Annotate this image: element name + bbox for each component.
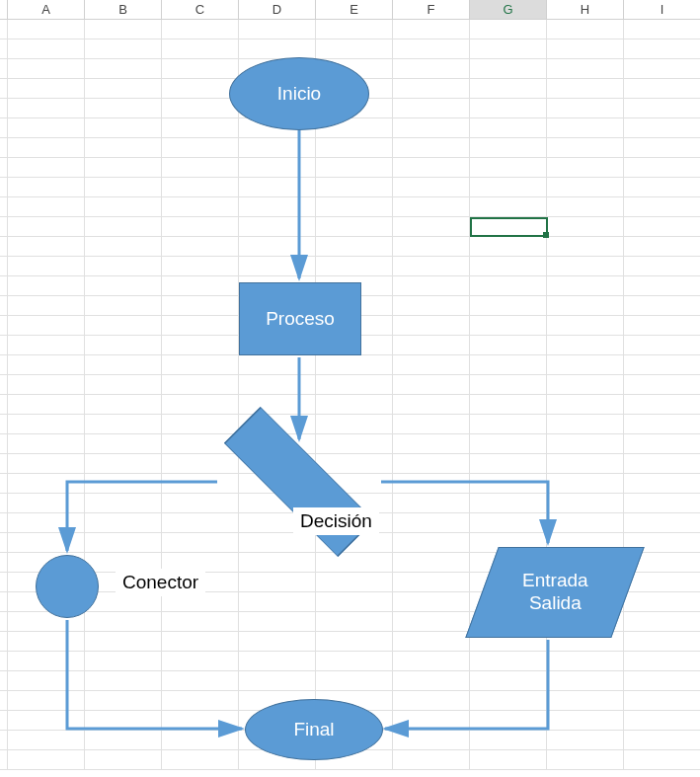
- grid-cell[interactable]: [547, 79, 624, 98]
- grid-cell[interactable]: [162, 711, 239, 730]
- grid-cell[interactable]: [316, 652, 393, 670]
- grid-cell[interactable]: [239, 731, 316, 749]
- column-header-a[interactable]: A: [8, 0, 85, 19]
- grid-cell[interactable]: [624, 395, 700, 414]
- grid-cell[interactable]: [8, 731, 85, 749]
- grid-cell[interactable]: [547, 454, 624, 473]
- grid-cell[interactable]: [162, 375, 239, 394]
- grid-cell[interactable]: [85, 138, 162, 157]
- grid-cell[interactable]: [547, 276, 624, 295]
- grid-cell[interactable]: [470, 59, 547, 78]
- grid-cell[interactable]: [162, 59, 239, 78]
- grid-cell[interactable]: [162, 158, 239, 177]
- grid-cell[interactable]: [393, 257, 470, 275]
- grid-cell[interactable]: [624, 632, 700, 651]
- grid-cell[interactable]: [85, 731, 162, 749]
- grid-cell[interactable]: [393, 296, 470, 315]
- grid-cell[interactable]: [85, 592, 162, 611]
- grid-cell[interactable]: [85, 671, 162, 690]
- grid-cell[interactable]: [470, 375, 547, 394]
- grid-cell[interactable]: [85, 553, 162, 572]
- grid-cell[interactable]: [316, 178, 393, 196]
- grid-cell[interactable]: [239, 59, 316, 78]
- grid-cell[interactable]: [316, 138, 393, 157]
- grid-cell[interactable]: [85, 474, 162, 493]
- grid-cell[interactable]: [547, 138, 624, 157]
- grid-cell[interactable]: [624, 573, 700, 591]
- grid-cell[interactable]: [8, 197, 85, 216]
- grid-cell[interactable]: [393, 454, 470, 473]
- grid-cell[interactable]: [239, 276, 316, 295]
- grid-cell[interactable]: [162, 20, 239, 39]
- grid-cell[interactable]: [162, 395, 239, 414]
- grid-cell[interactable]: [393, 158, 470, 177]
- grid-cell[interactable]: [239, 711, 316, 730]
- grid-cell[interactable]: [470, 336, 547, 354]
- grid-cell[interactable]: [85, 20, 162, 39]
- grid-cell[interactable]: [470, 731, 547, 749]
- grid-cell[interactable]: [547, 750, 624, 769]
- grid-cell[interactable]: [547, 217, 624, 236]
- grid-cell[interactable]: [162, 533, 239, 552]
- grid-cell[interactable]: [470, 652, 547, 670]
- grid-cell[interactable]: [393, 355, 470, 374]
- grid-cell[interactable]: [393, 750, 470, 769]
- grid-cell[interactable]: [8, 79, 85, 98]
- grid-cell[interactable]: [8, 671, 85, 690]
- grid-cell[interactable]: [85, 632, 162, 651]
- grid-cell[interactable]: [393, 415, 470, 433]
- grid-cell[interactable]: [624, 296, 700, 315]
- grid-cell[interactable]: [624, 99, 700, 117]
- grid-cell[interactable]: [239, 217, 316, 236]
- grid-cell[interactable]: [470, 474, 547, 493]
- grid-cell[interactable]: [393, 336, 470, 354]
- grid-cell[interactable]: [393, 395, 470, 414]
- grid-cell[interactable]: [162, 454, 239, 473]
- grid-cell[interactable]: [624, 671, 700, 690]
- grid-cell[interactable]: [470, 592, 547, 611]
- grid-cell[interactable]: [239, 39, 316, 58]
- grid-cell[interactable]: [8, 652, 85, 670]
- grid-cell[interactable]: [239, 592, 316, 611]
- grid-cell[interactable]: [624, 454, 700, 473]
- grid-cell[interactable]: [85, 691, 162, 710]
- grid-cell[interactable]: [547, 711, 624, 730]
- grid-cell[interactable]: [316, 533, 393, 552]
- grid-cell[interactable]: [85, 415, 162, 433]
- grid-cell[interactable]: [8, 711, 85, 730]
- grid-cell[interactable]: [162, 592, 239, 611]
- grid-cell[interactable]: [316, 79, 393, 98]
- grid-cell[interactable]: [239, 533, 316, 552]
- grid-cell[interactable]: [239, 612, 316, 631]
- grid-cell[interactable]: [547, 237, 624, 256]
- grid-cell[interactable]: [470, 750, 547, 769]
- grid-cell[interactable]: [470, 118, 547, 137]
- grid-cell[interactable]: [85, 652, 162, 670]
- column-header-b[interactable]: B: [85, 0, 162, 19]
- grid-cell[interactable]: [239, 178, 316, 196]
- grid-cell[interactable]: [470, 434, 547, 453]
- grid-cell[interactable]: [8, 434, 85, 453]
- grid-cell[interactable]: [8, 158, 85, 177]
- grid-cell[interactable]: [624, 257, 700, 275]
- grid-cell[interactable]: [547, 533, 624, 552]
- grid-cell[interactable]: [470, 553, 547, 572]
- grid-cell[interactable]: [470, 711, 547, 730]
- grid-cell[interactable]: [162, 415, 239, 433]
- grid-cell[interactable]: [162, 434, 239, 453]
- grid-cell[interactable]: [393, 632, 470, 651]
- grid-cell[interactable]: [547, 118, 624, 137]
- grid-cell[interactable]: [393, 711, 470, 730]
- grid-cell[interactable]: [316, 355, 393, 374]
- grid-cell[interactable]: [162, 336, 239, 354]
- grid-cell[interactable]: [162, 237, 239, 256]
- grid-cell[interactable]: [393, 237, 470, 256]
- grid-cell[interactable]: [8, 632, 85, 651]
- grid-cell[interactable]: [624, 553, 700, 572]
- grid-cell[interactable]: [316, 197, 393, 216]
- grid-cell[interactable]: [470, 237, 547, 256]
- grid-cell[interactable]: [239, 632, 316, 651]
- grid-cell[interactable]: [8, 573, 85, 591]
- grid-cell[interactable]: [624, 494, 700, 512]
- grid-cell[interactable]: [162, 612, 239, 631]
